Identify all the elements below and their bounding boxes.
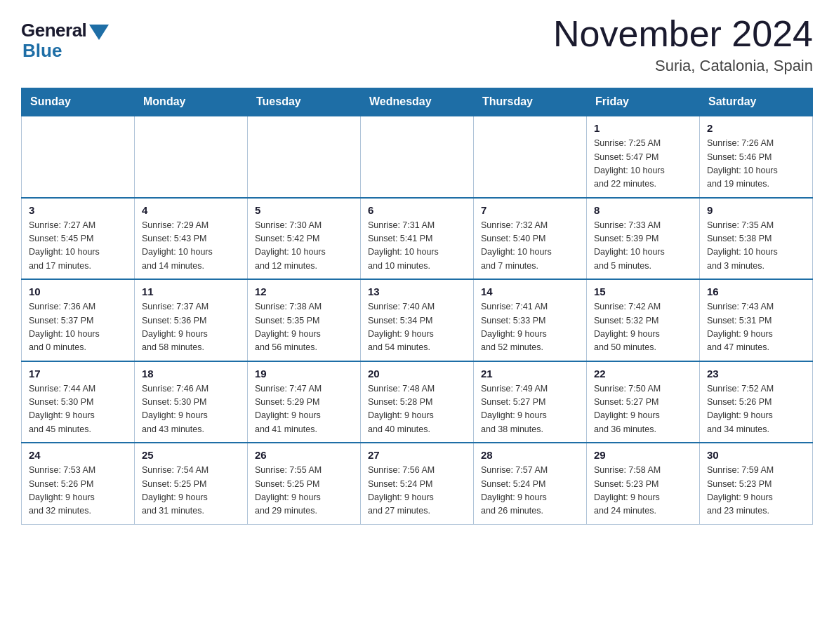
calendar-day-cell: 23Sunrise: 7:52 AM Sunset: 5:26 PM Dayli… [700, 361, 813, 443]
day-sun-info: Sunrise: 7:47 AM Sunset: 5:29 PM Dayligh… [255, 382, 353, 437]
calendar-day-cell: 6Sunrise: 7:31 AM Sunset: 5:41 PM Daylig… [361, 198, 474, 280]
calendar-week-row: 24Sunrise: 7:53 AM Sunset: 5:26 PM Dayli… [22, 443, 813, 524]
day-number: 25 [142, 449, 240, 461]
calendar-day-cell: 26Sunrise: 7:55 AM Sunset: 5:25 PM Dayli… [248, 443, 361, 524]
calendar-day-cell: 29Sunrise: 7:58 AM Sunset: 5:23 PM Dayli… [587, 443, 700, 524]
day-sun-info: Sunrise: 7:38 AM Sunset: 5:35 PM Dayligh… [255, 300, 353, 355]
day-of-week-header: Wednesday [361, 88, 474, 116]
calendar-day-cell: 19Sunrise: 7:47 AM Sunset: 5:29 PM Dayli… [248, 361, 361, 443]
day-number: 29 [594, 449, 692, 461]
day-number: 12 [255, 286, 353, 297]
day-number: 1 [594, 122, 692, 134]
day-sun-info: Sunrise: 7:56 AM Sunset: 5:24 PM Dayligh… [368, 464, 466, 518]
calendar-day-cell: 2Sunrise: 7:26 AM Sunset: 5:46 PM Daylig… [700, 116, 813, 198]
day-sun-info: Sunrise: 7:48 AM Sunset: 5:28 PM Dayligh… [368, 382, 466, 437]
calendar-day-cell: 14Sunrise: 7:41 AM Sunset: 5:33 PM Dayli… [474, 279, 587, 361]
day-sun-info: Sunrise: 7:50 AM Sunset: 5:27 PM Dayligh… [594, 382, 692, 437]
calendar-day-cell: 15Sunrise: 7:42 AM Sunset: 5:32 PM Dayli… [587, 279, 700, 361]
calendar-header-row: SundayMondayTuesdayWednesdayThursdayFrid… [22, 88, 813, 116]
logo-general-text: General [21, 20, 86, 41]
day-number: 16 [707, 286, 805, 297]
day-sun-info: Sunrise: 7:26 AM Sunset: 5:46 PM Dayligh… [707, 137, 805, 192]
day-sun-info: Sunrise: 7:42 AM Sunset: 5:32 PM Dayligh… [594, 300, 692, 355]
calendar-day-cell: 3Sunrise: 7:27 AM Sunset: 5:45 PM Daylig… [22, 198, 135, 280]
day-sun-info: Sunrise: 7:30 AM Sunset: 5:42 PM Dayligh… [255, 219, 353, 274]
day-number: 3 [29, 204, 127, 216]
calendar-week-row: 1Sunrise: 7:25 AM Sunset: 5:47 PM Daylig… [22, 116, 813, 198]
day-sun-info: Sunrise: 7:49 AM Sunset: 5:27 PM Dayligh… [481, 382, 579, 437]
day-number: 11 [142, 286, 240, 297]
calendar-day-cell [248, 116, 361, 198]
day-of-week-header: Tuesday [248, 88, 361, 116]
day-number: 13 [368, 286, 466, 297]
day-number: 5 [255, 204, 353, 216]
calendar-day-cell: 11Sunrise: 7:37 AM Sunset: 5:36 PM Dayli… [135, 279, 248, 361]
day-number: 18 [142, 368, 240, 380]
logo-blue-text: Blue [22, 40, 62, 62]
calendar-day-cell: 25Sunrise: 7:54 AM Sunset: 5:25 PM Dayli… [135, 443, 248, 524]
day-number: 8 [594, 204, 692, 216]
calendar-day-cell: 13Sunrise: 7:40 AM Sunset: 5:34 PM Dayli… [361, 279, 474, 361]
logo-triangle-icon [89, 25, 109, 40]
day-number: 14 [481, 286, 579, 297]
day-of-week-header: Monday [135, 88, 248, 116]
day-number: 20 [368, 368, 466, 380]
day-number: 27 [368, 449, 466, 461]
calendar-day-cell: 9Sunrise: 7:35 AM Sunset: 5:38 PM Daylig… [700, 198, 813, 280]
day-number: 19 [255, 368, 353, 380]
day-of-week-header: Sunday [22, 88, 135, 116]
day-number: 30 [707, 449, 805, 461]
logo: General Blue [21, 20, 109, 62]
calendar-day-cell: 10Sunrise: 7:36 AM Sunset: 5:37 PM Dayli… [22, 279, 135, 361]
day-sun-info: Sunrise: 7:35 AM Sunset: 5:38 PM Dayligh… [707, 219, 805, 274]
calendar-day-cell [361, 116, 474, 198]
calendar-day-cell: 27Sunrise: 7:56 AM Sunset: 5:24 PM Dayli… [361, 443, 474, 524]
calendar-day-cell: 17Sunrise: 7:44 AM Sunset: 5:30 PM Dayli… [22, 361, 135, 443]
calendar-day-cell [474, 116, 587, 198]
day-number: 9 [707, 204, 805, 216]
calendar-day-cell [135, 116, 248, 198]
day-number: 10 [29, 286, 127, 297]
day-number: 2 [707, 122, 805, 134]
day-of-week-header: Thursday [474, 88, 587, 116]
day-sun-info: Sunrise: 7:27 AM Sunset: 5:45 PM Dayligh… [29, 219, 127, 274]
day-number: 28 [481, 449, 579, 461]
header: General Blue November 2024 Suria, Catalo… [21, 14, 813, 75]
day-sun-info: Sunrise: 7:52 AM Sunset: 5:26 PM Dayligh… [707, 382, 805, 437]
day-number: 6 [368, 204, 466, 216]
calendar-day-cell: 16Sunrise: 7:43 AM Sunset: 5:31 PM Dayli… [700, 279, 813, 361]
day-sun-info: Sunrise: 7:46 AM Sunset: 5:30 PM Dayligh… [142, 382, 240, 437]
calendar-day-cell: 4Sunrise: 7:29 AM Sunset: 5:43 PM Daylig… [135, 198, 248, 280]
day-sun-info: Sunrise: 7:59 AM Sunset: 5:23 PM Dayligh… [707, 464, 805, 518]
calendar-day-cell: 21Sunrise: 7:49 AM Sunset: 5:27 PM Dayli… [474, 361, 587, 443]
calendar-day-cell: 18Sunrise: 7:46 AM Sunset: 5:30 PM Dayli… [135, 361, 248, 443]
day-sun-info: Sunrise: 7:44 AM Sunset: 5:30 PM Dayligh… [29, 382, 127, 437]
day-sun-info: Sunrise: 7:40 AM Sunset: 5:34 PM Dayligh… [368, 300, 466, 355]
day-sun-info: Sunrise: 7:43 AM Sunset: 5:31 PM Dayligh… [707, 300, 805, 355]
day-sun-info: Sunrise: 7:54 AM Sunset: 5:25 PM Dayligh… [142, 464, 240, 518]
calendar-day-cell: 24Sunrise: 7:53 AM Sunset: 5:26 PM Dayli… [22, 443, 135, 524]
day-of-week-header: Saturday [700, 88, 813, 116]
month-year-title: November 2024 [553, 14, 813, 54]
day-number: 26 [255, 449, 353, 461]
day-sun-info: Sunrise: 7:31 AM Sunset: 5:41 PM Dayligh… [368, 219, 466, 274]
calendar-day-cell: 30Sunrise: 7:59 AM Sunset: 5:23 PM Dayli… [700, 443, 813, 524]
day-number: 24 [29, 449, 127, 461]
location-subtitle: Suria, Catalonia, Spain [553, 57, 813, 75]
day-of-week-header: Friday [587, 88, 700, 116]
day-number: 15 [594, 286, 692, 297]
day-sun-info: Sunrise: 7:33 AM Sunset: 5:39 PM Dayligh… [594, 219, 692, 274]
calendar-day-cell: 12Sunrise: 7:38 AM Sunset: 5:35 PM Dayli… [248, 279, 361, 361]
day-number: 21 [481, 368, 579, 380]
day-sun-info: Sunrise: 7:36 AM Sunset: 5:37 PM Dayligh… [29, 300, 127, 355]
calendar-day-cell: 20Sunrise: 7:48 AM Sunset: 5:28 PM Dayli… [361, 361, 474, 443]
calendar-week-row: 10Sunrise: 7:36 AM Sunset: 5:37 PM Dayli… [22, 279, 813, 361]
day-sun-info: Sunrise: 7:58 AM Sunset: 5:23 PM Dayligh… [594, 464, 692, 518]
day-number: 23 [707, 368, 805, 380]
day-sun-info: Sunrise: 7:29 AM Sunset: 5:43 PM Dayligh… [142, 219, 240, 274]
title-area: November 2024 Suria, Catalonia, Spain [553, 14, 813, 75]
day-number: 17 [29, 368, 127, 380]
day-sun-info: Sunrise: 7:37 AM Sunset: 5:36 PM Dayligh… [142, 300, 240, 355]
calendar-week-row: 17Sunrise: 7:44 AM Sunset: 5:30 PM Dayli… [22, 361, 813, 443]
calendar-day-cell: 8Sunrise: 7:33 AM Sunset: 5:39 PM Daylig… [587, 198, 700, 280]
